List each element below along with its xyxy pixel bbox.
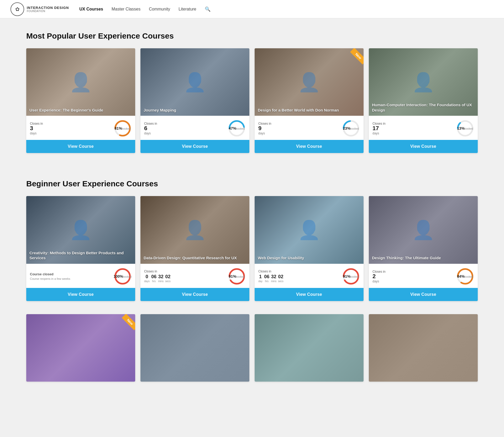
- days-label: days: [30, 131, 36, 135]
- beginner-section-title: Beginner User Experience Courses: [26, 179, 478, 188]
- card-image-ux-beginner: 👤User Experience: The Beginner's Guide: [26, 48, 135, 116]
- card-person-icon-design-thinking: 👤: [369, 196, 478, 264]
- popular-course-grid: 👤User Experience: The Beginner's GuideCl…: [26, 48, 478, 153]
- card-person-icon-creativity: 👤: [26, 196, 135, 264]
- time-block-s: 02secs: [165, 274, 171, 283]
- more-card-image-1: [140, 314, 249, 382]
- card-person-icon-web-design: 👤: [255, 196, 364, 264]
- donut-booked: booked: [122, 128, 131, 130]
- donut-design-thinking: 84%booked: [456, 267, 474, 285]
- card-person-icon-journey-mapping: 👤: [140, 48, 249, 116]
- view-course-btn-design-thinking[interactable]: View Course: [369, 288, 478, 301]
- donut-label-creativity: 100%booked: [114, 274, 132, 279]
- donut-data-driven: 91%booked: [228, 267, 246, 285]
- card-closed-creativity: Course closedCourse reopens in a few wee…: [30, 272, 70, 280]
- logo-main: INTERACTION DESIGN: [27, 6, 69, 10]
- time-row: 0days 06hrs 32mins 02secs: [144, 274, 171, 283]
- more-course-card-1: [140, 314, 249, 382]
- card-image-bg-hci: 👤Human-Computer Interaction: The Foundat…: [369, 48, 478, 116]
- nav-link-ux-courses[interactable]: UX Courses: [79, 7, 103, 11]
- donut-booked: booked: [350, 275, 359, 278]
- beginner-course-grid: 👤Creativity: Methods to Design Better Pr…: [26, 196, 478, 301]
- donut-label-hci: 13%booked: [457, 126, 473, 131]
- nav-item-master-classes[interactable]: Master Classes: [112, 7, 140, 12]
- donut-hci: 13%booked: [456, 119, 474, 137]
- nav-item-community[interactable]: Community: [149, 7, 170, 12]
- days-num: 17: [372, 125, 385, 131]
- days-label: days: [144, 131, 151, 135]
- days-num: 2: [372, 273, 385, 279]
- more-badge-new-0: [117, 314, 135, 333]
- donut-label-data-driven: 91%booked: [229, 274, 245, 279]
- card-closes-ux-beginner: Closes in3days: [30, 122, 43, 135]
- card-image-hci: 👤Human-Computer Interaction: The Foundat…: [369, 48, 478, 116]
- course-card-data-driven: 👤Data-Driven Design: Quantitative Resear…: [140, 196, 249, 301]
- time-block-m: 32mins: [271, 274, 276, 283]
- donut-pct: 100%: [114, 274, 123, 278]
- view-course-btn-don-norman[interactable]: View Course: [255, 140, 364, 153]
- nav-link-literature[interactable]: Literature: [178, 7, 196, 11]
- logo-sub: FOUNDATION: [27, 10, 69, 13]
- card-closes-multi-web-design: Closes in 1day 06hrs 32mins 02secs: [258, 270, 284, 283]
- more-card-bg-3: [369, 314, 478, 382]
- time-block-s: 02secs: [278, 274, 284, 283]
- donut-pct: 13%: [457, 127, 465, 131]
- beginner-section: Beginner User Experience Courses 👤Creati…: [0, 166, 504, 314]
- card-image-journey-mapping: 👤Journey Mapping: [140, 48, 249, 116]
- more-course-card-0: [26, 314, 135, 382]
- view-course-btn-ux-beginner[interactable]: View Course: [26, 140, 135, 153]
- nav-link-master-classes[interactable]: Master Classes: [112, 7, 140, 11]
- view-course-btn-data-driven[interactable]: View Course: [140, 288, 249, 301]
- view-course-btn-journey-mapping[interactable]: View Course: [140, 140, 249, 153]
- search-icon[interactable]: 🔍: [205, 7, 211, 12]
- card-info-don-norman: Closes in9days 23%booked: [255, 116, 364, 140]
- card-image-creativity: 👤Creativity: Methods to Design Better Pr…: [26, 196, 135, 264]
- donut-pct: 84%: [457, 274, 465, 278]
- more-course-card-2: [255, 314, 364, 382]
- card-info-hci: Closes in17days 13%booked: [369, 116, 478, 140]
- card-image-bg-design-thinking: 👤Design Thinking: The Ultimate Guide: [369, 196, 478, 264]
- donut-ux-beginner: 81%booked: [114, 119, 132, 137]
- donut-booked: booked: [465, 275, 473, 278]
- nav-link-community[interactable]: Community: [149, 7, 170, 11]
- time-block-d: 0days: [144, 274, 150, 283]
- popular-section: Most Popular User Experience Courses 👤Us…: [0, 18, 504, 166]
- card-image-bg-data-driven: 👤Data-Driven Design: Quantitative Resear…: [140, 196, 249, 264]
- view-course-btn-web-design[interactable]: View Course: [255, 288, 364, 301]
- donut-label-don-norman: 23%booked: [343, 126, 359, 131]
- time-block-d: 1day: [258, 274, 262, 283]
- donut-label-web-design: 91%booked: [343, 274, 359, 279]
- card-person-icon-ux-beginner: 👤: [26, 48, 135, 116]
- logo-link[interactable]: ✿ INTERACTION DESIGN FOUNDATION: [10, 2, 69, 16]
- donut-pct: 23%: [343, 127, 350, 131]
- card-info-creativity: Course closedCourse reopens in a few wee…: [26, 264, 135, 288]
- nav-item-ux-courses[interactable]: UX Courses: [79, 7, 103, 12]
- course-card-ux-beginner: 👤User Experience: The Beginner's GuideCl…: [26, 48, 135, 153]
- card-info-design-thinking: Closes in2days 84%booked: [369, 264, 478, 288]
- days-label: days: [258, 131, 265, 135]
- view-course-btn-creativity[interactable]: View Course: [26, 288, 135, 301]
- course-card-web-design: 👤Web Design for UsabilityCloses in 1day …: [255, 196, 364, 301]
- card-person-icon-data-driven: 👤: [140, 196, 249, 264]
- course-card-hci: 👤Human-Computer Interaction: The Foundat…: [369, 48, 478, 153]
- nav-item-literature[interactable]: Literature: [178, 7, 196, 12]
- closes-label: Closes in: [144, 270, 171, 273]
- donut-label-design-thinking: 84%booked: [457, 274, 473, 279]
- more-card-image-0: [26, 314, 135, 382]
- donut-label-journey-mapping: 47%booked: [229, 126, 245, 131]
- card-info-web-design: Closes in 1day 06hrs 32mins 02secs 91%bo…: [255, 264, 364, 288]
- time-row: 1day 06hrs 32mins 02secs: [258, 274, 284, 283]
- course-card-don-norman: 👤Design for a Better World with Don Norm…: [255, 48, 364, 153]
- badge-new-don-norman: [345, 48, 364, 67]
- more-card-bg-2: [255, 314, 364, 382]
- card-person-icon-hci: 👤: [369, 48, 478, 116]
- donut-web-design: 91%booked: [342, 267, 360, 285]
- closed-label: Course closed: [30, 272, 70, 276]
- course-card-journey-mapping: 👤Journey MappingCloses in6days 47%booked…: [140, 48, 249, 153]
- card-image-design-thinking: 👤Design Thinking: The Ultimate Guide: [369, 196, 478, 264]
- course-card-creativity: 👤Creativity: Methods to Design Better Pr…: [26, 196, 135, 301]
- card-image-data-driven: 👤Data-Driven Design: Quantitative Resear…: [140, 196, 249, 264]
- donut-booked: booked: [236, 275, 245, 278]
- nav-search[interactable]: 🔍: [205, 6, 211, 12]
- view-course-btn-hci[interactable]: View Course: [369, 140, 478, 153]
